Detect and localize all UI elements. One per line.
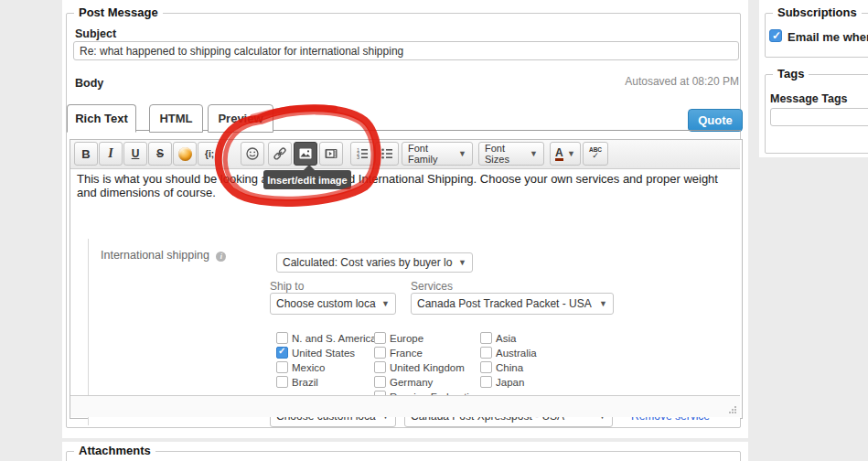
message-tags-input[interactable]	[770, 108, 868, 126]
spellcheck-button[interactable]: ABC ✓	[583, 142, 608, 166]
subject-label: Subject	[75, 27, 116, 40]
message-tags-label: Message Tags	[770, 92, 848, 105]
region-checkbox[interactable]	[480, 361, 492, 373]
region-checkbox[interactable]	[374, 332, 386, 344]
insert-image-button[interactable]	[294, 142, 317, 166]
region-label: Brazil	[292, 377, 318, 388]
font-sizes-label: Font Sizes	[485, 143, 526, 165]
region-checkbox[interactable]	[480, 376, 492, 388]
emoticon-icon	[245, 146, 260, 161]
region-label: Australia	[496, 348, 537, 359]
region-checkbox[interactable]	[276, 376, 288, 388]
font-color-icon: A	[555, 147, 563, 161]
tab-preview[interactable]: Preview	[208, 104, 273, 133]
chevron-down-icon: ▼	[567, 149, 575, 158]
tab-preview-label: Preview	[218, 112, 263, 125]
resize-grip-icon[interactable]	[727, 404, 737, 414]
rich-text-editor: B I U S {i; 123	[70, 139, 743, 419]
strikethrough-button[interactable]: S	[148, 142, 172, 166]
service-select-1[interactable]: Canada Post Tracked Packet - USA ▼	[411, 293, 614, 315]
code-button[interactable]: {i;	[198, 142, 221, 166]
region-label: N. and S. America	[292, 333, 377, 344]
tab-rich-text-label: Rich Text	[75, 112, 128, 125]
service-value-1: Canada Post Tracked Packet - USA	[417, 297, 594, 310]
region-label: Germany	[390, 377, 433, 388]
chevron-down-icon: ▼	[599, 299, 607, 308]
region-label: China	[496, 362, 523, 373]
region-label: Japan	[496, 377, 524, 388]
region-checkbox[interactable]	[480, 332, 492, 344]
editor-status-bar	[70, 395, 740, 417]
quote-button[interactable]: Quote	[688, 109, 743, 132]
italic-icon: I	[108, 146, 113, 161]
intl-shipping-label: International shipping i	[101, 249, 226, 262]
numbered-list-button[interactable]: 123	[350, 142, 374, 166]
info-icon[interactable]: i	[216, 252, 226, 262]
attachments-card: Attachments	[62, 442, 748, 461]
attachments-fieldset: Attachments	[66, 451, 741, 461]
spellcheck-icon: ABC ✓	[589, 147, 602, 161]
region-checkbox[interactable]	[480, 347, 492, 359]
tab-rich-text[interactable]: Rich Text	[67, 104, 136, 133]
region-checkbox[interactable]	[374, 347, 386, 359]
italic-button[interactable]: I	[99, 142, 123, 166]
ship-to-value-1: Choose custom location	[276, 297, 376, 310]
body-label: Body	[75, 77, 103, 90]
chevron-down-icon: ▼	[530, 149, 538, 158]
editor-content[interactable]: This is what you should be looking at wi…	[70, 169, 740, 395]
email-subscription-checkbox[interactable]	[769, 29, 782, 42]
tab-html-label: HTML	[159, 112, 192, 125]
tags-title: Tags	[773, 67, 809, 80]
font-color-button[interactable]: A▼	[550, 142, 581, 166]
bullet-list-icon	[380, 146, 394, 161]
chevron-down-icon: ▼	[458, 149, 466, 158]
bold-icon: B	[81, 147, 90, 161]
insert-media-button[interactable]	[319, 142, 343, 166]
orange-ball-icon	[178, 147, 192, 161]
numbered-list-icon: 123	[355, 146, 370, 161]
strikethrough-icon: S	[156, 147, 164, 160]
region-checkbox[interactable]	[374, 361, 386, 373]
region-checkbox[interactable]	[276, 347, 288, 359]
orange-ball-button[interactable]	[173, 142, 197, 166]
chevron-down-icon: ▼	[381, 299, 390, 308]
media-icon	[324, 146, 338, 161]
chevron-down-icon: ▼	[458, 258, 466, 267]
emoticon-button[interactable]	[241, 142, 264, 166]
region-checkbox[interactable]	[276, 361, 288, 373]
page: Post Message Subject Body Autosaved at 0…	[0, 0, 868, 461]
insert-image-tooltip: Insert/edit image	[263, 170, 351, 189]
ship-to-select-1[interactable]: Choose custom location ▼	[270, 293, 396, 315]
shipping-method-value: Calculated: Cost varies by buyer locatio…	[283, 256, 453, 269]
image-icon	[298, 146, 313, 161]
underline-icon: U	[132, 147, 140, 160]
region-label: France	[390, 348, 423, 359]
svg-text:3: 3	[357, 155, 359, 160]
subject-input[interactable]	[73, 41, 739, 60]
post-body-text: This is what you should be looking at wi…	[77, 172, 737, 199]
autosave-status: Autosaved at 08:20 PM	[512, 75, 739, 88]
bold-button[interactable]: B	[74, 142, 98, 166]
ship-to-label: Ship to	[270, 280, 304, 293]
region-checkbox[interactable]	[276, 332, 288, 344]
shipping-method-select[interactable]: Calculated: Cost varies by buyer locatio…	[276, 252, 473, 273]
region-label: Asia	[496, 333, 516, 344]
region-label: Mexico	[292, 362, 325, 373]
post-message-title: Post Message	[74, 5, 163, 19]
bullet-list-button[interactable]	[375, 142, 399, 166]
code-icon: {i;	[205, 149, 214, 159]
editor-toolbar: B I U S {i; 123	[70, 140, 740, 169]
underline-button[interactable]: U	[123, 142, 147, 166]
insert-link-button[interactable]	[268, 142, 292, 166]
font-family-label: Font Family	[408, 143, 455, 165]
subscriptions-title: Subscriptions	[773, 5, 862, 19]
tab-html[interactable]: HTML	[149, 104, 203, 133]
email-subscription-label: Email me when s	[788, 30, 868, 44]
services-label: Services	[411, 280, 453, 293]
region-label: United States	[292, 348, 355, 359]
font-sizes-select[interactable]: Font Sizes▼	[478, 142, 544, 166]
region-label: United Kingdom	[390, 362, 465, 373]
font-family-select[interactable]: Font Family▼	[402, 142, 473, 166]
link-icon	[273, 146, 287, 161]
region-checkbox[interactable]	[374, 376, 386, 388]
